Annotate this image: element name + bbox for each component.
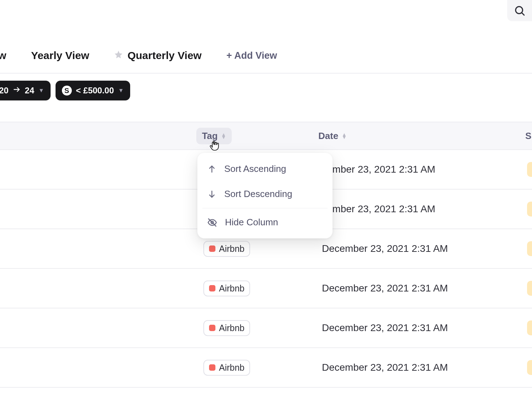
column-header-label: Date bbox=[318, 131, 338, 141]
cell-date: cember 23, 2021 2:31 AM bbox=[322, 203, 435, 215]
table-row[interactable]: AirbnbDecember 23, 2021 2:31 AM bbox=[0, 308, 532, 348]
tag-color-dot bbox=[209, 245, 215, 252]
view-tab-label: Yearly View bbox=[31, 50, 89, 62]
currency-icon: S bbox=[62, 86, 72, 96]
cell-tag: Airbnb bbox=[203, 320, 250, 336]
view-tab-label: View bbox=[0, 50, 6, 62]
svg-line-1 bbox=[522, 13, 524, 15]
menu-item-label: Sort Ascending bbox=[224, 163, 286, 174]
filter-bar: ar 20 24 ▼ S < £500.00 ▼ bbox=[0, 81, 532, 100]
view-tab-partial[interactable]: View bbox=[0, 50, 6, 62]
tag-chip[interactable]: Airbnb bbox=[203, 360, 250, 376]
filter-amount-label: < £500.00 bbox=[76, 86, 114, 96]
add-view-button[interactable]: + Add View bbox=[226, 50, 277, 61]
view-tab-quarterly[interactable]: Quarterly View bbox=[114, 50, 202, 62]
arrow-right-icon bbox=[13, 86, 21, 96]
tag-label: Airbnb bbox=[219, 323, 244, 333]
cell-tag: Airbnb bbox=[203, 241, 250, 257]
menu-sort-descending[interactable]: Sort Descending bbox=[197, 181, 332, 207]
chevron-down-icon: ▼ bbox=[39, 87, 44, 94]
view-tab-label: Quarterly View bbox=[127, 50, 202, 62]
column-header-label: S bbox=[525, 131, 531, 141]
filter-date-suffix: 24 bbox=[25, 86, 34, 96]
table-row[interactable]: AirbnbDecember 23, 2021 2:31 AM bbox=[0, 269, 532, 308]
column-context-menu: Sort Ascending Sort Descending Hide Colu… bbox=[197, 153, 332, 238]
tag-label: Airbnb bbox=[219, 244, 244, 254]
tag-color-dot bbox=[209, 364, 215, 371]
status-badge bbox=[527, 202, 532, 216]
tag-label: Airbnb bbox=[219, 283, 244, 294]
views-nav: View Yearly View Quarterly View + Add Vi… bbox=[0, 50, 532, 74]
view-tab-yearly[interactable]: Yearly View bbox=[31, 50, 89, 62]
cell-date: cember 23, 2021 2:31 AM bbox=[322, 164, 435, 175]
sort-icon: ▲▼ bbox=[342, 133, 347, 139]
cell-tag: Airbnb bbox=[203, 360, 250, 376]
cell-date: December 23, 2021 2:31 AM bbox=[322, 243, 448, 254]
menu-separator bbox=[202, 208, 328, 208]
sort-icon: ▲▼ bbox=[221, 133, 226, 139]
cell-tag: Airbnb bbox=[203, 281, 250, 296]
column-header-date[interactable]: Date ▲▼ bbox=[318, 131, 347, 141]
table-header: Tag ▲▼ Date ▲▼ S bbox=[0, 122, 532, 150]
filter-date-prefix: ar 20 bbox=[0, 86, 8, 96]
search-icon bbox=[514, 5, 526, 17]
column-header-tag[interactable]: Tag ▲▼ bbox=[196, 128, 232, 144]
tag-chip[interactable]: Airbnb bbox=[203, 320, 250, 336]
tag-color-dot bbox=[209, 285, 215, 291]
search-button[interactable] bbox=[507, 0, 532, 21]
arrow-down-icon bbox=[207, 190, 216, 199]
tag-chip[interactable]: Airbnb bbox=[203, 241, 250, 257]
arrow-up-icon bbox=[207, 164, 216, 174]
star-icon bbox=[114, 50, 123, 62]
menu-item-label: Sort Descending bbox=[224, 189, 292, 200]
status-badge bbox=[527, 320, 532, 335]
column-header-label: Tag bbox=[202, 131, 218, 141]
status-badge bbox=[527, 162, 532, 177]
status-badge bbox=[527, 281, 532, 296]
tag-chip[interactable]: Airbnb bbox=[203, 281, 250, 296]
tag-label: Airbnb bbox=[219, 363, 244, 373]
cell-date: December 23, 2021 2:31 AM bbox=[322, 362, 448, 373]
menu-sort-ascending[interactable]: Sort Ascending bbox=[197, 156, 332, 181]
status-badge bbox=[527, 360, 532, 375]
cell-date: December 23, 2021 2:31 AM bbox=[322, 322, 448, 334]
table-row[interactable]: AirbnbDecember 23, 2021 2:31 AM bbox=[0, 348, 532, 388]
status-badge bbox=[527, 241, 532, 256]
add-view-label: + Add View bbox=[226, 50, 277, 61]
filter-date-range[interactable]: ar 20 24 ▼ bbox=[0, 81, 51, 100]
cell-date: December 23, 2021 2:31 AM bbox=[322, 283, 448, 294]
chevron-down-icon: ▼ bbox=[118, 87, 124, 94]
tag-color-dot bbox=[209, 325, 215, 331]
menu-hide-column[interactable]: Hide Column bbox=[197, 210, 332, 235]
column-header-partial[interactable]: S bbox=[525, 131, 532, 141]
eye-off-icon bbox=[207, 218, 217, 227]
filter-amount[interactable]: S < £500.00 ▼ bbox=[56, 81, 130, 100]
menu-item-label: Hide Column bbox=[225, 217, 278, 228]
